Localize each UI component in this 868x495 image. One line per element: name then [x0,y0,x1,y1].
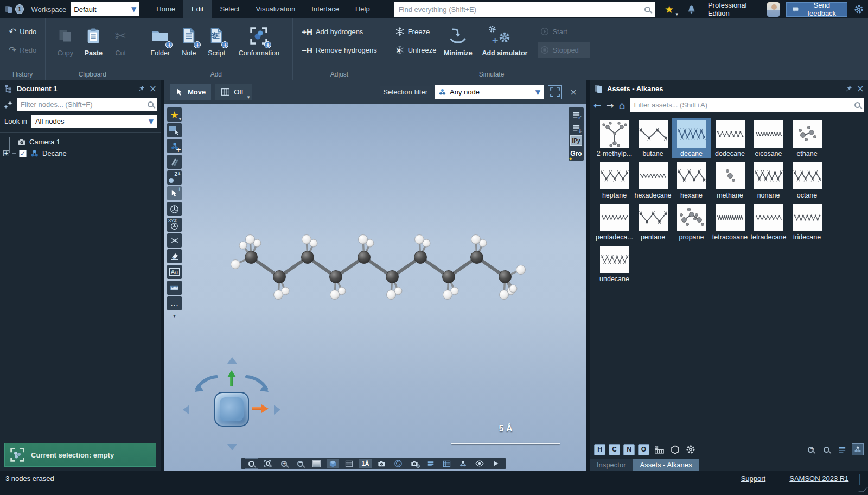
back-icon[interactable]: ← [593,100,601,111]
text-label-tool-button[interactable]: Aa [167,265,182,279]
move-tool-active-button[interactable]: + [167,186,182,200]
gromacs-wizard-button[interactable]: Gro✦ [570,148,582,159]
grid-plane-button[interactable] [343,459,355,468]
clear-filter-icon[interactable]: × [566,85,580,99]
menu-item[interactable]: Interface [303,0,347,18]
add-folder-button[interactable]: + Folder [146,24,174,69]
pin-panel-icon[interactable] [845,85,853,92]
asset-item[interactable]: heptane [595,160,634,200]
asset-item[interactable]: pentane [634,201,672,242]
ruler-toggle-button[interactable]: 1Å [359,459,372,468]
asset-item[interactable]: eicosane [749,118,788,158]
asset-settings-gear-icon[interactable] [685,443,697,455]
menu-item[interactable]: Home [148,0,183,18]
asset-item[interactable]: tetracosane [711,201,749,242]
user-avatar[interactable] [767,2,780,17]
magic-filter-icon[interactable] [3,99,14,110]
menu-item[interactable]: Help [347,0,378,18]
navigation-gizmo[interactable] [186,353,278,456]
asset-item[interactable]: tridecane [788,201,826,242]
list-view-button[interactable] [836,443,848,455]
add-note-button[interactable]: + Note [176,24,201,69]
home-icon[interactable]: ⌂ [619,99,626,111]
xyz-rotate-tool-button[interactable]: XYZ [167,218,182,232]
visibility-checkbox[interactable]: ✓ [19,150,27,157]
workspace-dropdown[interactable]: Default ▼ [71,2,139,16]
version-link[interactable]: SAMSON 2023 R1 [789,474,848,483]
asset-item[interactable]: ethane [788,118,826,158]
remove-hydrogens-button[interactable]: −HRemove hydrogens [299,42,379,58]
add-script-button[interactable]: + Script [203,24,229,69]
freeze-button[interactable]: Freeze [393,24,439,39]
grid-toggle-button[interactable]: Off ▾ [215,84,252,100]
grid-view-button[interactable] [852,443,864,455]
ring-fragment-button[interactable] [669,443,681,455]
filter-assets-input[interactable] [634,101,854,109]
asset-item[interactable]: decane [672,118,711,158]
gizmo-cube[interactable] [214,392,249,427]
support-link[interactable]: Support [741,474,766,483]
camera-button[interactable] [375,459,388,468]
background-button[interactable] [310,459,323,468]
zoom-region-button[interactable] [261,459,274,468]
add-hydrogens-button[interactable]: +HAdd hydrogens [299,24,379,39]
asset-item[interactable]: tetradecane [749,201,788,242]
play-animation-button[interactable] [489,459,502,468]
element-button[interactable]: O [638,444,649,455]
settings-gear-icon[interactable] [854,4,864,14]
asset-item[interactable]: butane [634,118,672,158]
atom-group-button[interactable] [457,459,469,468]
tree-row-decane[interactable]: + ✓ Decane [7,148,161,159]
import-list-icon[interactable]: ↓ [570,122,582,133]
notifications-bell-icon[interactable] [687,5,696,14]
presets-star-button[interactable]: ★▾ [167,107,182,122]
asset-item[interactable]: hexadecane [634,160,672,200]
send-feedback-button[interactable]: Send feedback [786,2,847,17]
panel-tab[interactable]: Inspector [590,459,633,471]
move-tool-button[interactable]: Move [170,84,211,100]
gizmo-y-axis-arrow[interactable] [230,372,233,386]
element-button[interactable]: N [623,444,635,455]
element-button[interactable]: H [594,444,605,455]
presenter-button[interactable] [441,459,453,468]
gizmo-up-arrow[interactable] [227,357,237,364]
cut-button[interactable]: ✂ Cut [108,24,132,69]
more-tools-button[interactable]: … [167,296,182,310]
camera-settings-button[interactable] [408,459,420,468]
thumbnails-zoom-in-button[interactable]: + [805,443,816,455]
gizmo-left-arrow[interactable] [183,405,189,415]
viewport-3d[interactable]: Move Off ▾ Selection filter Any node ▼ × [164,80,586,471]
ipython-console-button[interactable]: IPy [570,135,582,146]
eraser-tool-button[interactable] [167,249,182,263]
charge-tool-button[interactable]: 2+ [167,170,182,185]
gizmo-x-axis-arrow[interactable] [252,407,266,410]
close-panel-icon[interactable]: × [857,83,864,94]
magnifier-button[interactable] [245,459,258,468]
gizmo-right-arrow[interactable] [274,405,280,415]
add-simulator-button[interactable]: + Add simulator [477,24,532,69]
fullerene-style-button[interactable] [392,459,404,468]
resize-grip[interactable] [858,487,868,492]
pin-panel-icon[interactable] [138,85,145,92]
selection-filter-dropdown[interactable]: Any node ▼ [435,85,544,99]
asset-item[interactable]: propane [672,201,711,242]
asset-item[interactable]: hexane [672,160,711,200]
rotate-tool-button[interactable] [167,202,182,216]
thumbnails-zoom-out-button[interactable]: − [820,443,832,455]
filter-nodes-box[interactable] [17,98,157,111]
asset-item[interactable]: pentadeca... [595,201,634,242]
element-button[interactable]: C [609,444,620,455]
gizmo-down-arrow[interactable] [227,444,237,450]
add-conformation-button[interactable]: + Conformation [232,24,286,69]
panel-tab[interactable]: Assets - Alkanes [633,459,699,471]
start-simulation-button[interactable]: Start [538,24,590,39]
visibility-eye-icon[interactable] [473,459,486,468]
global-search[interactable] [394,2,655,17]
stopped-button[interactable]: Stopped [538,42,590,58]
bond-tool-button[interactable] [167,155,182,169]
paste-button[interactable]: Paste [80,24,106,69]
periodic-table-button[interactable] [653,443,665,455]
menu-item[interactable]: Visualization [248,0,304,18]
asset-item[interactable]: dodecane [711,118,749,158]
expand-icon[interactable]: + [3,150,9,156]
